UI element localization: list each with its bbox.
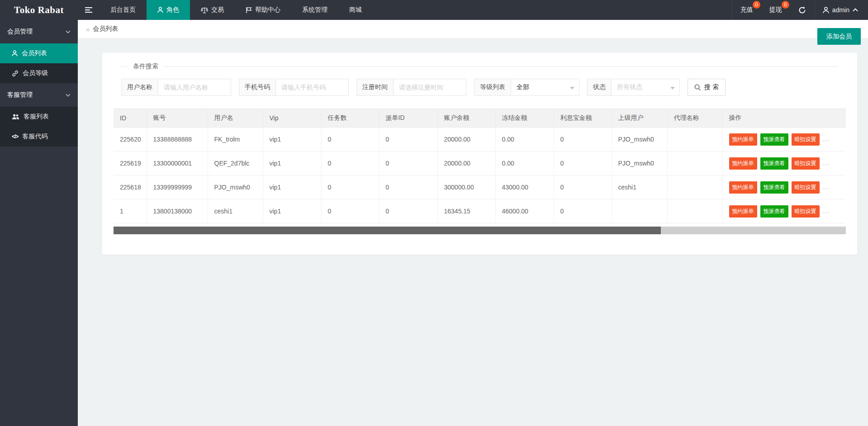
actions-cell: 预约派单预派查看暗扣设置... <box>722 175 846 199</box>
action-button[interactable]: 预约派单 <box>729 133 757 146</box>
table-cell: 0 <box>379 175 437 199</box>
action-button[interactable]: 预约派单 <box>729 157 757 170</box>
sidebar-item[interactable]: 会员等级 <box>0 63 78 83</box>
withdraw-button[interactable]: 提现 0 <box>761 0 790 20</box>
table-cell <box>667 128 722 151</box>
column-header: 用户名 <box>208 109 263 128</box>
chevron-up-icon <box>853 8 858 12</box>
field-input[interactable] <box>158 79 231 95</box>
field-select[interactable]: 全部 <box>511 79 579 95</box>
table-cell: vip1 <box>263 199 321 223</box>
field-label: 状态 <box>588 79 612 95</box>
table-cell <box>667 151 722 175</box>
action-button[interactable]: 暗扣设置 <box>792 181 820 194</box>
table-cell: 225618 <box>114 175 147 199</box>
search-button[interactable]: 搜 索 <box>688 79 726 96</box>
table-cell <box>667 175 722 199</box>
brand-logo: Toko Rabat <box>0 0 78 20</box>
topnav-item[interactable]: 帮助中心 <box>235 0 291 20</box>
chevron-down-icon <box>670 87 675 90</box>
field-label: 注册时间 <box>357 79 394 95</box>
table-cell: 0 <box>379 128 437 151</box>
user-icon <box>823 7 829 14</box>
topnav-item[interactable]: 交易 <box>190 0 235 20</box>
field-input[interactable] <box>276 79 348 95</box>
hamburger-icon <box>85 6 93 14</box>
action-button[interactable]: 暗扣设置 <box>792 205 820 218</box>
topnav-item-label: 系统管理 <box>302 6 327 14</box>
field-select[interactable]: 所有状态 <box>612 79 679 95</box>
table-cell: 46000.00 <box>495 199 554 223</box>
code-icon: </> <box>12 133 18 140</box>
table-cell: 0 <box>554 199 612 223</box>
topnav-item[interactable]: 角色 <box>147 0 190 20</box>
sidebar-item[interactable]: 会员列表 <box>0 43 78 63</box>
more-actions[interactable]: ... <box>823 184 829 190</box>
horizontal-scrollbar[interactable] <box>114 227 846 234</box>
search-field-group: 用户名称 <box>121 79 231 96</box>
sidebar-item[interactable]: </>客服代码 <box>0 127 78 147</box>
table-cell: 225620 <box>114 128 147 151</box>
field-label: 手机号码 <box>239 79 276 95</box>
action-button[interactable]: 预约派单 <box>729 181 757 194</box>
more-actions[interactable]: ... <box>823 160 829 166</box>
column-header: 派单ID <box>379 109 437 128</box>
refresh-button[interactable] <box>790 0 814 20</box>
topnav-item-label: 帮助中心 <box>255 6 280 14</box>
table-cell: 300000.00 <box>437 175 495 199</box>
table-row: 22562013388888888FK_trolmvip10020000.000… <box>114 128 846 151</box>
recharge-label: 充值 <box>740 6 753 14</box>
table-cell: 13800138000 <box>147 199 208 223</box>
hamburger-button[interactable] <box>78 0 100 20</box>
member-table-body: 22562013388888888FK_trolmvip10020000.000… <box>114 128 846 223</box>
table-row: 113800138000ceshi1vip10016345.1546000.00… <box>114 199 846 223</box>
add-member-button[interactable]: 添加会员 <box>817 28 861 45</box>
select-value: 全部 <box>517 83 529 91</box>
action-button[interactable]: 暗扣设置 <box>792 133 820 146</box>
table-cell: 43000.00 <box>495 175 554 199</box>
scales-icon <box>201 7 208 14</box>
header-row: ID账号用户名Vip任务数派单ID账户余额冻结金额利息宝金额上级用户代理名称操作 <box>114 109 846 128</box>
topnav-item[interactable]: 后台首页 <box>100 0 147 20</box>
scrollbar-thumb[interactable] <box>114 227 661 234</box>
table-cell: vip1 <box>263 151 321 175</box>
table-cell <box>612 199 667 223</box>
table-cell: 16345.15 <box>437 199 495 223</box>
user-menu[interactable]: admin <box>815 0 868 20</box>
topnav-item[interactable]: 系统管理 <box>291 0 338 20</box>
topbar-right: 充值 0 提现 0 admin <box>732 0 868 20</box>
table-cell: QEF_2d7blc <box>208 151 263 175</box>
recharge-badge: 0 <box>753 1 760 9</box>
column-header: Vip <box>263 109 321 128</box>
search-field-group: 注册时间 <box>356 79 466 96</box>
action-button[interactable]: 预派查看 <box>760 157 788 170</box>
link-icon <box>12 70 19 77</box>
table-cell: PJO_mswh0 <box>612 151 667 175</box>
action-button[interactable]: 预约派单 <box>729 205 757 218</box>
column-header: 任务数 <box>321 109 379 128</box>
search-field-group: 手机号码 <box>239 79 349 96</box>
column-header: 操作 <box>722 109 846 128</box>
chevron-down-icon <box>66 30 71 33</box>
table-cell: 1 <box>114 199 147 223</box>
sidebar-item[interactable]: 客服列表 <box>0 107 78 127</box>
sidebar-group-title[interactable]: 会员管理 <box>0 20 78 43</box>
topnav-item[interactable]: 商城 <box>338 0 373 20</box>
more-actions[interactable]: ... <box>823 208 829 214</box>
column-header: 上级用户 <box>612 109 667 128</box>
chevron-down-icon <box>66 94 71 97</box>
action-button[interactable]: 预派查看 <box>760 181 788 194</box>
sidebar: 会员管理会员列表会员等级客服管理客服列表</>客服代码 <box>0 20 78 426</box>
table-cell: 225619 <box>114 151 147 175</box>
sidebar-group-title[interactable]: 客服管理 <box>0 83 78 107</box>
more-actions[interactable]: ... <box>823 136 829 142</box>
action-button[interactable]: 预派查看 <box>760 133 788 146</box>
recharge-button[interactable]: 充值 0 <box>732 0 761 20</box>
table-cell: 0 <box>554 151 612 175</box>
action-button[interactable]: 预派查看 <box>760 205 788 218</box>
table-cell <box>667 199 722 223</box>
action-button[interactable]: 暗扣设置 <box>792 157 820 170</box>
table-cell: vip1 <box>263 175 321 199</box>
table-cell: ceshi1 <box>208 199 263 223</box>
field-input[interactable] <box>394 79 466 95</box>
